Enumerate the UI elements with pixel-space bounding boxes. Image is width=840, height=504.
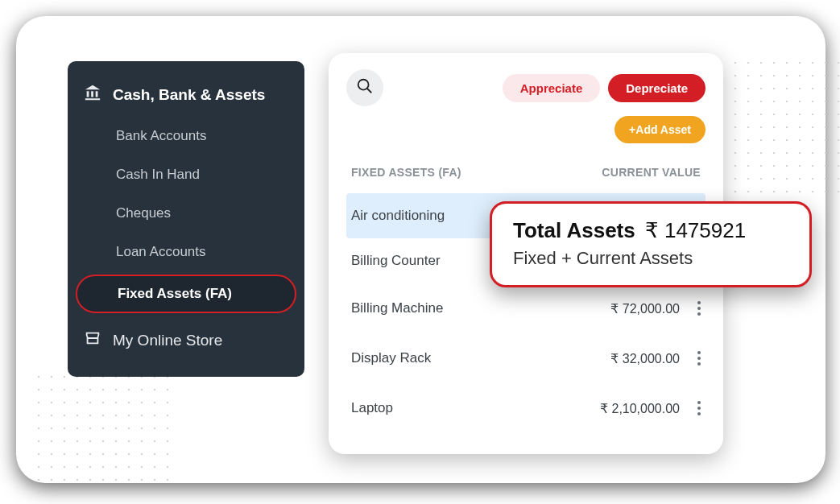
asset-value: ₹ 2,10,000.00 [600, 401, 680, 416]
callout-label: Total Assets [513, 218, 635, 243]
sidebar-item-1[interactable]: Cash In Hand [68, 155, 304, 194]
asset-name: Billing Machine [351, 300, 610, 316]
search-icon [356, 77, 374, 98]
app-card: Cash, Bank & Assets Bank AccountsCash In… [16, 16, 826, 483]
action-buttons: Appreciate Depreciate [503, 74, 706, 102]
asset-value-cell: ₹ 72,000.00 [610, 298, 701, 319]
asset-value: ₹ 72,000.00 [610, 301, 680, 316]
panel-toolbar: Appreciate Depreciate [346, 69, 706, 106]
depreciate-button[interactable]: Depreciate [608, 74, 706, 102]
kebab-icon[interactable] [694, 348, 701, 369]
sidebar-header-label: Cash, Bank & Assets [113, 86, 265, 104]
table-row[interactable]: Display Rack₹ 32,000.00 [346, 333, 706, 383]
sidebar: Cash, Bank & Assets Bank AccountsCash In… [68, 61, 304, 377]
table-col-name: FIXED ASSETS (FA) [351, 166, 461, 179]
sidebar-item-4[interactable]: Fixed Assets (FA) [76, 275, 296, 313]
table-col-value: CURRENT VALUE [602, 166, 701, 179]
callout-subtext: Fixed + Current Assets [513, 248, 788, 269]
sidebar-footer[interactable]: My Online Store [68, 318, 304, 362]
svg-point-0 [358, 80, 369, 90]
sidebar-footer-label: My Online Store [113, 332, 222, 349]
sidebar-item-2[interactable]: Cheques [68, 194, 304, 233]
decor-dots-top [729, 56, 840, 201]
callout-value: ₹ 1475921 [645, 218, 746, 243]
total-assets-callout: Total Assets ₹ 1475921 Fixed + Current A… [490, 201, 812, 287]
table-row[interactable]: Billing Machine₹ 72,000.00 [346, 283, 706, 333]
decor-dots-bottom [32, 370, 177, 504]
sidebar-item-label: Fixed Assets (FA) [118, 286, 232, 302]
sidebar-item-0[interactable]: Bank Accounts [68, 117, 304, 155]
appreciate-button[interactable]: Appreciate [503, 74, 601, 102]
sidebar-item-label: Bank Accounts [116, 128, 206, 144]
sidebar-item-label: Cheques [116, 205, 171, 221]
sidebar-header[interactable]: Cash, Bank & Assets [68, 72, 304, 117]
asset-value-cell: ₹ 32,000.00 [610, 348, 701, 369]
kebab-icon[interactable] [694, 398, 701, 419]
asset-name: Laptop [351, 400, 600, 416]
asset-name: Display Rack [351, 350, 610, 366]
sidebar-item-3[interactable]: Loan Accounts [68, 233, 304, 271]
add-asset-button[interactable]: +Add Asset [614, 116, 706, 143]
store-icon [84, 329, 101, 351]
asset-value-cell: ₹ 2,10,000.00 [600, 398, 701, 419]
asset-value: ₹ 32,000.00 [610, 351, 680, 366]
sidebar-item-label: Cash In Hand [116, 167, 200, 183]
kebab-icon[interactable] [694, 298, 701, 319]
table-header: FIXED ASSETS (FA) CURRENT VALUE [346, 166, 706, 179]
add-asset-row: +Add Asset [346, 116, 706, 143]
search-button[interactable] [346, 69, 383, 106]
bank-icon [84, 84, 101, 105]
svg-line-1 [367, 89, 372, 93]
table-row[interactable]: Laptop₹ 2,10,000.00 [346, 383, 706, 433]
sidebar-item-label: Loan Accounts [116, 244, 206, 260]
